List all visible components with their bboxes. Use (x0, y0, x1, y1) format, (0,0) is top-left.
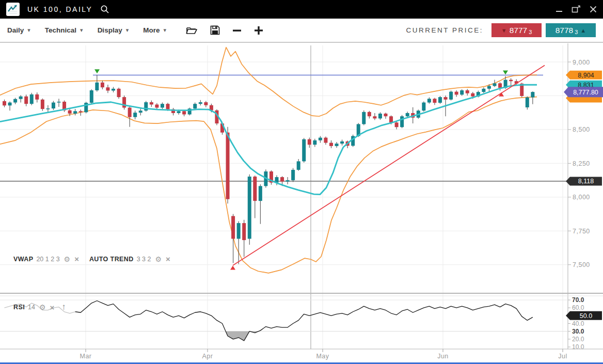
svg-text:Apr: Apr (202, 353, 213, 360)
menu-more-label: More (143, 26, 160, 34)
vwap-legend: VWAP 20 1 2 3 ⚙ × (13, 255, 79, 263)
menu-display[interactable]: Display ▾ (98, 26, 129, 34)
chevron-down-icon: ▾ (163, 27, 166, 34)
title-bar: UK 100, DAILY (0, 0, 603, 19)
rsi-params: 14 (28, 304, 35, 311)
window-controls (556, 5, 597, 13)
menu-display-label: Display (98, 26, 122, 34)
auto-trend-label: AUTO TREND (89, 256, 134, 263)
arrow-up-icon: ▲ (580, 27, 586, 34)
buy-price-button[interactable]: 87783 ▲ (546, 23, 596, 37)
current-price-label: CURRENT PRICE: (406, 26, 483, 34)
close-icon[interactable] (590, 6, 597, 13)
zoom-out-icon[interactable] (232, 26, 242, 35)
svg-text:Jun: Jun (437, 353, 449, 360)
svg-text:9,000: 9,000 (573, 59, 590, 66)
chevron-down-icon: ▾ (80, 27, 83, 34)
svg-text:50.0: 50.0 (580, 312, 592, 320)
menu-timeframe-label: Daily (7, 26, 24, 34)
save-icon[interactable] (210, 25, 220, 35)
svg-text:40.0: 40.0 (572, 320, 584, 327)
svg-text:Mar: Mar (80, 353, 91, 360)
chart-title: UK 100, DAILY (27, 5, 92, 13)
chevron-down-icon: ▾ (27, 27, 30, 34)
auto-trend-params: 3 3 2 (137, 256, 151, 263)
arrow-down-icon: ▼ (501, 27, 507, 34)
search-icon[interactable] (100, 4, 110, 14)
svg-text:30.0: 30.0 (572, 328, 584, 335)
rsi-legend-row: RSI 14 ⚙ × ↑ (13, 302, 66, 312)
auto-trend-legend: AUTO TREND 3 3 2 ⚙ × (89, 255, 170, 263)
chart-toolbar: Daily ▾ Technical ▾ Display ▾ More ▾ (0, 19, 603, 43)
restore-window-icon[interactable] (572, 5, 581, 13)
gear-icon[interactable]: ⚙ (64, 255, 71, 263)
close-icon[interactable]: × (166, 255, 170, 263)
menu-more[interactable]: More ▾ (143, 26, 166, 34)
menu-technical[interactable]: Technical ▾ (45, 26, 83, 34)
svg-text:8,777.80: 8,777.80 (573, 89, 598, 96)
app-logo-icon (6, 3, 20, 16)
indicator-legend-row: VWAP 20 1 2 3 ⚙ × AUTO TREND 3 3 2 ⚙ × (13, 255, 181, 263)
vwap-params: 20 1 2 3 (36, 256, 59, 263)
svg-text:May: May (316, 353, 329, 360)
svg-text:70.0: 70.0 (572, 296, 584, 304)
minimize-icon[interactable] (556, 6, 563, 13)
svg-text:8,904: 8,904 (578, 72, 594, 79)
gear-icon[interactable]: ⚙ (39, 303, 46, 311)
svg-text:10.0: 10.0 (572, 343, 584, 351)
gear-icon[interactable]: ⚙ (155, 255, 162, 263)
svg-text:7,500: 7,500 (573, 261, 590, 268)
close-icon[interactable]: × (50, 303, 55, 312)
svg-text:8,500: 8,500 (573, 126, 590, 133)
svg-text:8,118: 8,118 (578, 178, 594, 185)
chevron-down-icon: ▾ (126, 27, 129, 34)
menu-timeframe[interactable]: Daily ▾ (7, 26, 30, 34)
svg-text:8,000: 8,000 (573, 194, 590, 201)
zoom-in-icon[interactable] (254, 26, 263, 35)
svg-text:20.0: 20.0 (572, 336, 584, 343)
rsi-label: RSI (13, 304, 25, 311)
menu-technical-label: Technical (45, 26, 76, 34)
expand-panel-up-icon[interactable]: ↑ (61, 302, 66, 312)
buy-price-value: 8778 (556, 26, 573, 35)
svg-text:Jul: Jul (558, 353, 567, 360)
svg-text:7,750: 7,750 (573, 228, 590, 235)
svg-text:60.0: 60.0 (572, 304, 584, 311)
sell-price-value: 8777 (510, 26, 527, 35)
chart-area: 9,0008,5008,2508,0007,7507,50070.060.040… (0, 43, 603, 364)
svg-text:8,250: 8,250 (573, 160, 590, 167)
price-chart[interactable]: 9,0008,5008,2508,0007,7507,50070.060.040… (0, 43, 603, 364)
open-folder-icon[interactable] (186, 25, 198, 35)
sell-price-button[interactable]: ▼ 87773 (491, 23, 542, 37)
close-icon[interactable]: × (74, 255, 79, 263)
vwap-label: VWAP (13, 256, 33, 263)
